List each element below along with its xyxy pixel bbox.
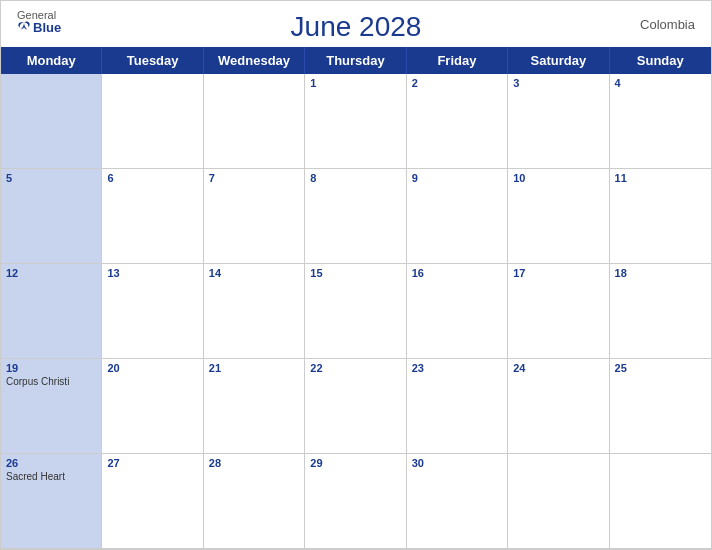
cell-date: 1 [310,77,316,89]
country-label: Colombia [640,17,695,32]
cell-date: 21 [209,362,221,374]
cell-date: 5 [6,172,12,184]
calendar-cell: 22 [305,359,406,454]
calendar-cell: 17 [508,264,609,359]
day-friday: Friday [407,47,508,74]
cell-date: 6 [107,172,113,184]
calendar-cell [610,454,711,549]
calendar-cell: 20 [102,359,203,454]
cell-date: 29 [310,457,322,469]
calendar-cell: 9 [407,169,508,264]
cell-date: 22 [310,362,322,374]
cell-date: 4 [615,77,621,89]
calendar-cell: 10 [508,169,609,264]
cell-date: 28 [209,457,221,469]
calendar-cell: 12 [1,264,102,359]
calendar-cell: 6 [102,169,203,264]
calendar-header: General Blue June 2028 Colombia [1,1,711,47]
cell-date: 24 [513,362,525,374]
calendar-cell: 3 [508,74,609,169]
calendar-cell: 29 [305,454,406,549]
cell-date: 19 [6,362,18,374]
day-monday: Monday [1,47,102,74]
logo-blue: Blue [17,21,61,35]
calendar-cell: 15 [305,264,406,359]
logo-bird-icon [17,21,31,35]
calendar-cell [204,74,305,169]
calendar-cell: 11 [610,169,711,264]
day-thursday: Thursday [305,47,406,74]
calendar-title: June 2028 [291,11,422,43]
cell-date: 12 [6,267,18,279]
calendar-cell: 18 [610,264,711,359]
cell-date: 13 [107,267,119,279]
cell-date: 17 [513,267,525,279]
calendar-cell: 8 [305,169,406,264]
calendar-cell: 14 [204,264,305,359]
cell-date: 3 [513,77,519,89]
calendar-cell: 5 [1,169,102,264]
cell-date: 27 [107,457,119,469]
cell-event: Corpus Christi [6,376,96,387]
calendar-grid: 12345678910111213141516171819Corpus Chri… [1,74,711,549]
cell-event: Sacred Heart [6,471,96,482]
calendar-cell [508,454,609,549]
calendar-cell: 1 [305,74,406,169]
cell-date: 8 [310,172,316,184]
calendar-cell: 4 [610,74,711,169]
calendar-cell [1,74,102,169]
calendar-cell: 7 [204,169,305,264]
calendar-cell: 28 [204,454,305,549]
cell-date: 30 [412,457,424,469]
cell-date: 18 [615,267,627,279]
calendar-cell: 30 [407,454,508,549]
calendar-cell: 16 [407,264,508,359]
day-saturday: Saturday [508,47,609,74]
day-sunday: Sunday [610,47,711,74]
cell-date: 26 [6,457,18,469]
cell-date: 2 [412,77,418,89]
calendar-cell: 21 [204,359,305,454]
calendar-cell: 26Sacred Heart [1,454,102,549]
cell-date: 14 [209,267,221,279]
cell-date: 25 [615,362,627,374]
calendar: General Blue June 2028 Colombia Monday T… [0,0,712,550]
day-tuesday: Tuesday [102,47,203,74]
calendar-cell: 27 [102,454,203,549]
calendar-cell: 23 [407,359,508,454]
day-wednesday: Wednesday [204,47,305,74]
cell-date: 20 [107,362,119,374]
calendar-cell: 24 [508,359,609,454]
calendar-cell: 25 [610,359,711,454]
cell-date: 16 [412,267,424,279]
calendar-cell: 19Corpus Christi [1,359,102,454]
cell-date: 10 [513,172,525,184]
calendar-cell: 13 [102,264,203,359]
cell-date: 23 [412,362,424,374]
days-header: Monday Tuesday Wednesday Thursday Friday… [1,47,711,74]
calendar-cell: 2 [407,74,508,169]
cell-date: 7 [209,172,215,184]
cell-date: 9 [412,172,418,184]
cell-date: 15 [310,267,322,279]
calendar-cell [102,74,203,169]
cell-date: 11 [615,172,627,184]
logo: General Blue [17,9,61,35]
